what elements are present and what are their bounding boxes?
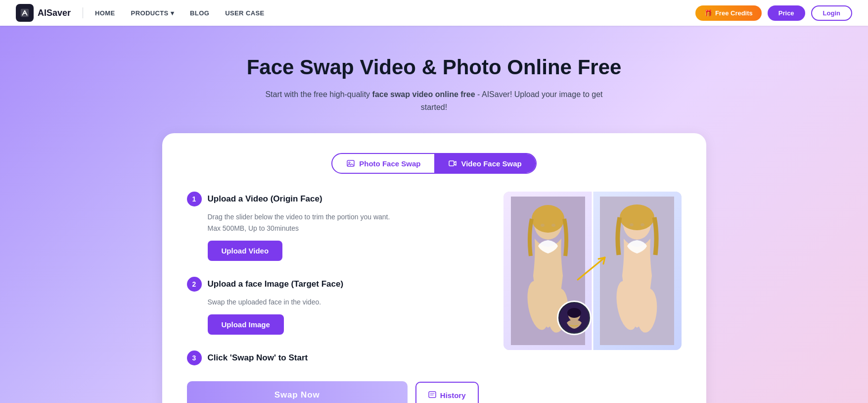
step-2: 2 Upload a face Image (Target Face) Swap… [187, 277, 479, 335]
tab-photo-face-swap[interactable]: Photo Face Swap [332, 154, 434, 173]
step-1-title: Upload a Video (Origin Face) [208, 194, 322, 204]
history-button[interactable]: History [415, 382, 479, 403]
step-1-desc-line2: Max 500MB, Up to 30minutes [208, 224, 299, 232]
preview-right [593, 192, 682, 350]
navbar: AISaver HOME PRODUCTS ▾ BLOG USER CASE 🎁… [0, 0, 868, 26]
main-card: Photo Face Swap Video Face Swap 1 U [162, 133, 706, 403]
svg-point-10 [541, 224, 545, 227]
avatar-circle [557, 301, 592, 335]
hero-subtitle-plain: Start with the free high-quality [265, 90, 372, 99]
step-2-number: 2 [187, 277, 202, 292]
tab-video-face-swap[interactable]: Video Face Swap [434, 154, 535, 173]
step-3-number: 3 [187, 351, 202, 365]
step-2-header: 2 Upload a face Image (Target Face) [187, 277, 479, 292]
preview-divider [592, 192, 593, 350]
hero-subtitle: Start with the free high-quality face sw… [261, 88, 607, 113]
hero-subtitle-bold: face swap video online free [372, 90, 475, 99]
svg-point-18 [640, 223, 644, 226]
brand-name: AISaver [38, 8, 71, 18]
step-2-desc: Swap the uploaded face in the video. [208, 297, 479, 307]
step-3: 3 Click 'Swap Now' to Start [187, 351, 479, 365]
swap-now-button[interactable]: Swap Now [187, 381, 408, 403]
step-3-title: Click 'Swap Now' to Start [208, 353, 308, 363]
nav-user-case[interactable]: USER CASE [225, 9, 264, 17]
svg-point-16 [620, 204, 654, 230]
free-credits-label: Free Credits [715, 9, 753, 17]
tabs: Photo Face Swap Video Face Swap [331, 153, 536, 174]
svg-point-17 [630, 223, 634, 226]
history-icon [428, 391, 436, 400]
step-1-desc: Drag the slider below the video to trim … [208, 211, 479, 234]
step-1: 1 Upload a Video (Origin Face) Drag the … [187, 192, 479, 261]
preview-area [503, 192, 682, 350]
nav-blog[interactable]: BLOG [190, 9, 209, 17]
login-button[interactable]: Login [811, 5, 852, 21]
nav-divider [83, 7, 83, 18]
woman-right-figure [600, 197, 674, 345]
brand-logo-icon [16, 4, 34, 22]
photo-icon [346, 159, 355, 168]
tab-video-label: Video Face Swap [461, 159, 521, 168]
svg-rect-4 [429, 392, 436, 398]
hero-section: Face Swap Video & Photo Online Free Star… [0, 26, 868, 133]
gift-icon: 🎁 [704, 9, 712, 17]
video-icon [448, 159, 457, 168]
tab-photo-label: Photo Face Swap [359, 159, 420, 168]
upload-video-button[interactable]: Upload Video [208, 241, 283, 261]
preview-image [503, 192, 682, 350]
svg-point-11 [551, 224, 555, 227]
step-1-desc-line1: Drag the slider below the video to trim … [208, 213, 390, 221]
nav-home[interactable]: HOME [95, 9, 115, 17]
nav-links: HOME PRODUCTS ▾ BLOG USER CASE [95, 9, 695, 17]
hero-title: Face Swap Video & Photo Online Free [10, 55, 858, 79]
bottom-bar: Swap Now History [187, 381, 479, 403]
history-label: History [440, 391, 466, 400]
upload-image-button[interactable]: Upload Image [208, 314, 284, 335]
svg-rect-3 [449, 161, 454, 166]
step-1-number: 1 [187, 192, 202, 206]
tabs-container: Photo Face Swap Video Face Swap [187, 153, 682, 174]
brand[interactable]: AISaver [16, 4, 71, 22]
nav-products[interactable]: PRODUCTS ▾ [131, 9, 174, 17]
chevron-down-icon: ▾ [171, 9, 174, 17]
nav-products-label: PRODUCTS [131, 9, 169, 17]
step-3-header: 3 Click 'Swap Now' to Start [187, 351, 479, 365]
price-button[interactable]: Price [768, 5, 805, 21]
step-1-header: 1 Upload a Video (Origin Face) [187, 192, 479, 206]
step-2-title: Upload a face Image (Target Face) [208, 279, 344, 289]
svg-point-9 [532, 205, 564, 233]
svg-point-23 [567, 308, 581, 318]
nav-right: 🎁 Free Credits Price Login [695, 5, 852, 21]
content-area: 1 Upload a Video (Origin Face) Drag the … [187, 192, 682, 403]
svg-rect-1 [347, 160, 354, 166]
steps-area: 1 Upload a Video (Origin Face) Drag the … [187, 192, 479, 403]
free-credits-button[interactable]: 🎁 Free Credits [695, 5, 762, 21]
svg-point-2 [349, 162, 350, 163]
